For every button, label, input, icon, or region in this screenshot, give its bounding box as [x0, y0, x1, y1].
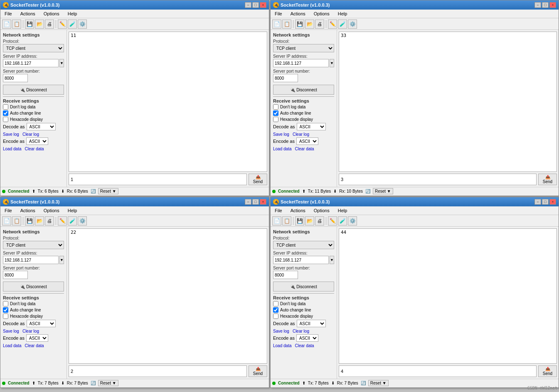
server-ip-input[interactable] [273, 256, 329, 264]
dont-log-checkbox[interactable] [3, 301, 8, 306]
minimize-button[interactable]: − [534, 199, 541, 205]
send-button[interactable]: 📤 Send [249, 365, 267, 377]
toolbar-btn-0[interactable]: 📄 [272, 20, 281, 29]
menu-file[interactable]: File [272, 207, 285, 214]
save-log-button[interactable]: Save log [3, 329, 19, 333]
protocol-select[interactable]: TCP client [273, 241, 334, 249]
menu-options[interactable]: Options [311, 10, 332, 17]
toolbar-btn-6[interactable]: 🧪 [338, 20, 347, 29]
load-data-button[interactable]: Load data [273, 343, 292, 348]
clear-log-button[interactable]: Clear log [22, 132, 39, 137]
dont-log-checkbox[interactable] [273, 104, 278, 110]
encode-select[interactable]: ASCII [296, 137, 318, 145]
toolbar-btn-7[interactable]: ⚙️ [78, 216, 87, 225]
menu-options[interactable]: Options [41, 10, 62, 17]
server-port-input[interactable] [273, 74, 298, 82]
toolbar-btn-4[interactable]: 🖨 [45, 20, 54, 29]
toolbar-btn-3[interactable]: 📂 [35, 20, 44, 29]
toolbar-btn-6[interactable]: 🧪 [68, 20, 77, 29]
load-data-button[interactable]: Load data [3, 343, 22, 348]
decode-select[interactable]: ASCII [297, 123, 326, 130]
menu-options[interactable]: Options [41, 207, 62, 214]
clear-log-button[interactable]: Clear log [293, 132, 309, 137]
server-port-input[interactable] [3, 74, 28, 82]
toolbar-btn-2[interactable]: 💾 [295, 20, 304, 29]
server-ip-input[interactable] [273, 59, 329, 67]
minimize-button[interactable]: − [245, 199, 251, 205]
send-input[interactable] [339, 174, 537, 185]
toolbar-btn-1[interactable]: 📋 [12, 216, 21, 225]
protocol-select[interactable]: TCP client [273, 44, 334, 52]
maximize-button[interactable]: □ [252, 199, 259, 205]
send-input[interactable] [69, 365, 247, 377]
menu-actions[interactable]: Actions [288, 207, 308, 214]
close-button[interactable]: × [260, 2, 266, 8]
toolbar-btn-3[interactable]: 📂 [305, 216, 314, 225]
toolbar-btn-1[interactable]: 📋 [12, 20, 21, 29]
close-button[interactable]: × [260, 199, 266, 205]
toolbar-btn-1[interactable]: 📋 [282, 216, 291, 225]
auto-change-checkbox[interactable] [3, 307, 8, 313]
hexacode-checkbox[interactable] [273, 117, 278, 122]
server-port-input[interactable] [3, 271, 28, 279]
clear-data-button[interactable]: Clear data [295, 147, 314, 151]
clear-data-button[interactable]: Clear data [25, 147, 44, 151]
maximize-button[interactable]: □ [252, 2, 259, 8]
protocol-select[interactable]: TCP client [3, 44, 64, 52]
save-log-button[interactable]: Save log [273, 329, 289, 333]
close-button[interactable]: × [549, 199, 556, 205]
save-log-button[interactable]: Save log [3, 132, 19, 137]
toolbar-btn-5[interactable]: ✏️ [328, 216, 337, 225]
menu-actions[interactable]: Actions [288, 10, 308, 17]
auto-change-checkbox[interactable] [273, 307, 278, 313]
menu-file[interactable]: File [272, 10, 285, 17]
auto-change-checkbox[interactable] [3, 110, 8, 116]
menu-file[interactable]: File [2, 10, 15, 17]
server-ip-dropdown[interactable]: ▼ [330, 59, 334, 67]
send-input[interactable] [339, 365, 537, 377]
send-input[interactable] [69, 174, 247, 185]
toolbar-btn-4[interactable]: 🖨 [315, 20, 324, 29]
toolbar-btn-3[interactable]: 📂 [305, 20, 314, 29]
toolbar-btn-1[interactable]: 📋 [282, 20, 291, 29]
send-button[interactable]: 📤 Send [249, 174, 267, 185]
disconnect-button[interactable]: 🔌 🔌 Disconnect Disconnect [273, 282, 334, 292]
disconnect-button[interactable]: 🔌 🔌 Disconnect Disconnect [3, 85, 64, 95]
clear-data-button[interactable]: Clear data [25, 343, 44, 348]
reset-button[interactable]: Reset ▼ [368, 380, 389, 386]
menu-help[interactable]: Help [65, 10, 80, 17]
hexacode-checkbox[interactable] [3, 117, 8, 122]
auto-change-checkbox[interactable] [273, 110, 278, 116]
toolbar-btn-4[interactable]: 🖨 [45, 216, 54, 225]
toolbar-btn-7[interactable]: ⚙️ [78, 20, 87, 29]
server-ip-input[interactable] [3, 256, 59, 264]
decode-select[interactable]: ASCII [297, 320, 326, 327]
decode-select[interactable]: ASCII [27, 320, 56, 327]
toolbar-btn-0[interactable]: 📄 [2, 216, 11, 225]
encode-select[interactable]: ASCII [296, 334, 318, 342]
toolbar-btn-6[interactable]: 🧪 [68, 216, 77, 225]
toolbar-btn-7[interactable]: ⚙️ [348, 20, 357, 29]
disconnect-button[interactable]: 🔌 🔌 Disconnect Disconnect [3, 282, 64, 292]
clear-log-button[interactable]: Clear log [22, 329, 39, 333]
server-ip-dropdown[interactable]: ▼ [330, 256, 334, 264]
load-data-button[interactable]: Load data [3, 147, 22, 151]
server-ip-input[interactable] [3, 59, 59, 67]
toolbar-btn-5[interactable]: ✏️ [58, 20, 67, 29]
menu-options[interactable]: Options [311, 207, 332, 214]
menu-help[interactable]: Help [335, 10, 350, 17]
disconnect-button[interactable]: 🔌 🔌 Disconnect Disconnect [273, 85, 334, 95]
hexacode-checkbox[interactable] [273, 314, 278, 319]
menu-actions[interactable]: Actions [18, 10, 38, 17]
encode-select[interactable]: ASCII [26, 137, 48, 145]
save-log-button[interactable]: Save log [273, 132, 289, 137]
send-button[interactable]: 📤 Send [538, 174, 557, 185]
toolbar-btn-0[interactable]: 📄 [2, 20, 11, 29]
protocol-select[interactable]: TCP client [3, 241, 64, 249]
toolbar-btn-2[interactable]: 💾 [25, 216, 34, 225]
menu-file[interactable]: File [2, 207, 15, 214]
minimize-button[interactable]: − [245, 2, 251, 8]
hexacode-checkbox[interactable] [3, 314, 8, 319]
server-port-input[interactable] [273, 271, 298, 279]
toolbar-btn-2[interactable]: 💾 [25, 20, 34, 29]
